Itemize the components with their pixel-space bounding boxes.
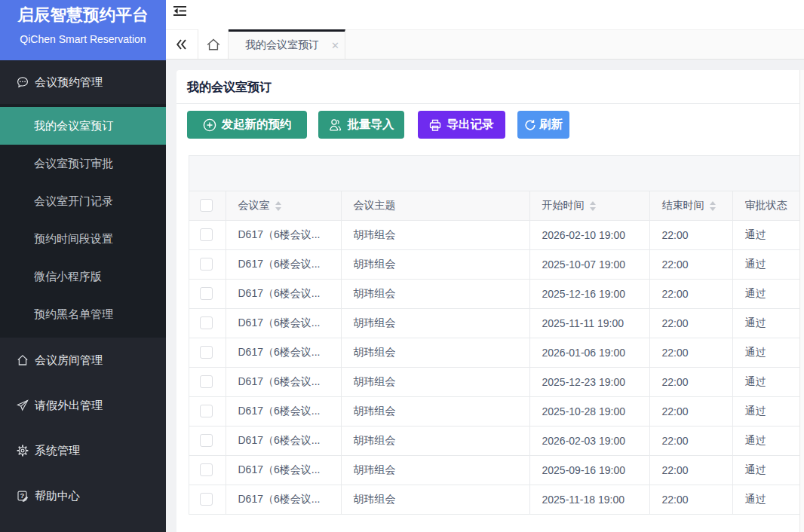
- svg-text:?: ?: [20, 491, 24, 500]
